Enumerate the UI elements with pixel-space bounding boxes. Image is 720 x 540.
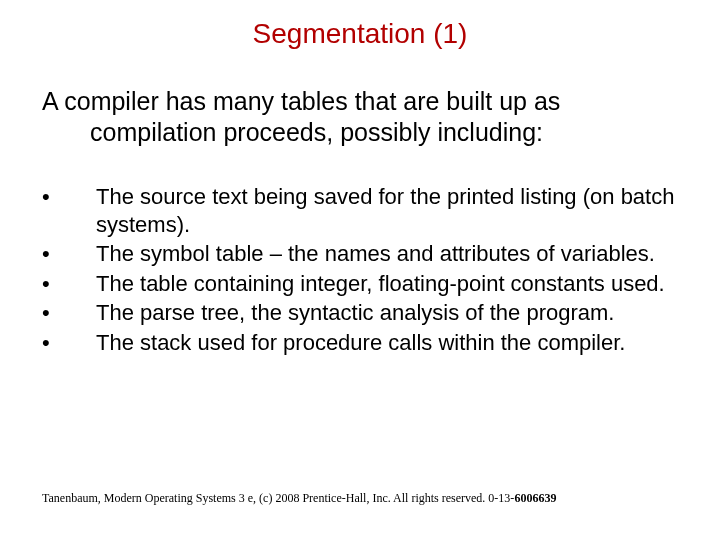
bullet-text: The parse tree, the syntactic analysis o… [96, 299, 700, 327]
list-item: • The symbol table – the names and attri… [42, 240, 700, 268]
bullet-icon: • [42, 240, 96, 268]
footer-text: Tanenbaum, Modern Operating Systems 3 e,… [42, 491, 514, 505]
bullet-text: The symbol table – the names and attribu… [96, 240, 700, 268]
footer-isbn-bold: 6006639 [514, 491, 556, 505]
intro-line-2: compilation proceeds, possibly including… [42, 117, 690, 148]
list-item: • The stack used for procedure calls wit… [42, 329, 700, 357]
list-item: • The source text being saved for the pr… [42, 183, 700, 238]
list-item: • The parse tree, the syntactic analysis… [42, 299, 700, 327]
slide: Segmentation (1) A compiler has many tab… [0, 0, 720, 540]
bullet-text: The source text being saved for the prin… [96, 183, 700, 238]
bullet-text: The stack used for procedure calls withi… [96, 329, 700, 357]
bullet-icon: • [42, 270, 96, 298]
intro-paragraph: A compiler has many tables that are buil… [0, 50, 720, 147]
intro-line-1: A compiler has many tables that are buil… [42, 86, 690, 117]
footer-citation: Tanenbaum, Modern Operating Systems 3 e,… [42, 491, 690, 506]
bullet-icon: • [42, 329, 96, 357]
bullet-icon: • [42, 299, 96, 327]
bullet-icon: • [42, 183, 96, 238]
bullet-text: The table containing integer, floating-p… [96, 270, 700, 298]
bullet-list: • The source text being saved for the pr… [0, 147, 720, 356]
slide-title: Segmentation (1) [0, 0, 720, 50]
list-item: • The table containing integer, floating… [42, 270, 700, 298]
